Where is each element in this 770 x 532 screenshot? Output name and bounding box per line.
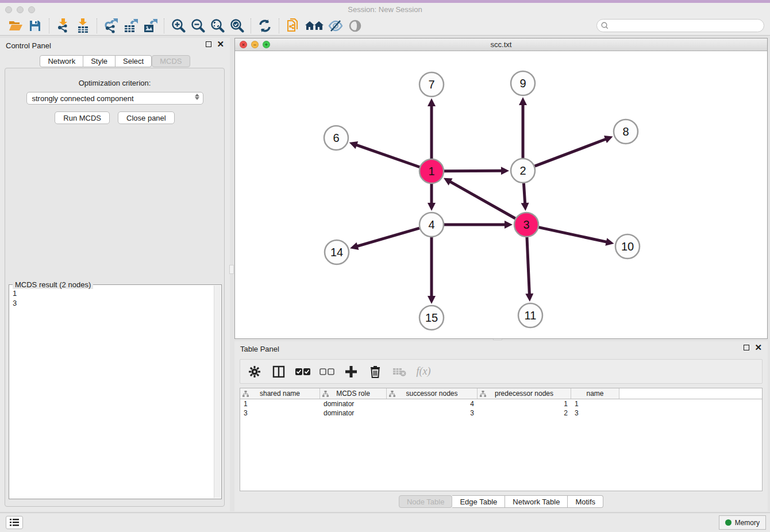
tab-edge-table[interactable]: Edge Table: [452, 495, 505, 508]
zoom-fit-icon[interactable]: [207, 18, 227, 34]
run-mcds-button[interactable]: Run MCDS: [55, 111, 110, 124]
graph-node-label: 3: [523, 218, 529, 231]
table-toolbar: f(x): [240, 359, 763, 384]
network-window-titlebar[interactable]: × − + scc.txt: [235, 38, 767, 51]
export-image-icon[interactable]: [140, 18, 160, 34]
tab-network-table[interactable]: Network Table: [505, 495, 568, 508]
main-toolbar: [0, 16, 770, 36]
graph-edge-4-14[interactable]: [357, 228, 419, 246]
table-panel: Table Panel ✕ f(x): [234, 341, 768, 511]
tab-mcds[interactable]: MCDS: [152, 55, 190, 67]
graph-node-label: 10: [621, 240, 634, 253]
table-panel-tabs: Node Table Edge Table Network Table Moti…: [234, 495, 768, 508]
tree-column-icon: [242, 391, 249, 399]
float-panel-icon[interactable]: [206, 41, 211, 47]
close-panel-button[interactable]: Close panel: [118, 111, 175, 124]
cell-shared-name[interactable]: 1: [240, 400, 320, 408]
graph-node-label: 4: [428, 218, 434, 231]
deselect-all-icon[interactable]: [319, 364, 334, 379]
cell-predecessor-nodes[interactable]: 2: [478, 409, 571, 417]
column-header-name[interactable]: name: [571, 388, 619, 399]
result-scrollbar[interactable]: [214, 286, 221, 498]
zoom-selected-icon[interactable]: [227, 18, 247, 34]
task-history-button[interactable]: [6, 516, 23, 529]
float-table-panel-icon[interactable]: [744, 345, 749, 350]
clone-network-icon[interactable]: [283, 18, 303, 34]
graph-edge-arrowhead: [349, 141, 359, 149]
graph-edge-1-2[interactable]: [444, 171, 502, 171]
graph-edge-arrowhead: [519, 97, 527, 105]
gear-icon[interactable]: [247, 364, 262, 379]
open-file-icon[interactable]: [6, 18, 25, 34]
zoom-out-icon[interactable]: [188, 18, 207, 34]
tab-select[interactable]: Select: [116, 55, 152, 67]
search-input[interactable]: [596, 19, 764, 32]
close-table-panel-icon[interactable]: ✕: [754, 345, 762, 350]
network-graph[interactable]: 7968124314101511: [235, 51, 767, 338]
memory-button[interactable]: Memory: [719, 515, 766, 530]
graph-edge-2-8[interactable]: [535, 139, 607, 166]
network-canvas[interactable]: 7968124314101511: [235, 51, 767, 338]
mcds-result-text[interactable]: 1 3: [10, 288, 213, 498]
function-builder-icon[interactable]: f(x): [416, 364, 431, 379]
cell-mcds-role[interactable]: dominator: [320, 400, 387, 408]
tab-network[interactable]: Network: [40, 55, 83, 67]
refresh-icon[interactable]: [255, 18, 275, 34]
tree-column-icon: [480, 391, 486, 399]
graph-node-label: 14: [330, 246, 343, 259]
table-row[interactable]: 1 dominator 4 1 1: [240, 399, 762, 408]
close-panel-icon[interactable]: ✕: [217, 41, 224, 47]
select-all-icon[interactable]: [295, 364, 310, 379]
zoom-in-icon[interactable]: [168, 18, 188, 34]
graph-edge-3-1[interactable]: [449, 182, 515, 219]
memory-status-icon: [725, 519, 732, 526]
network-overview-icon[interactable]: [303, 18, 326, 34]
column-header-successor-nodes[interactable]: successor nodes: [387, 388, 478, 399]
node-table: shared name MCDS role successor nodes pr…: [240, 388, 763, 491]
tree-column-icon: [389, 391, 395, 399]
node-table-header: shared name MCDS role successor nodes pr…: [240, 388, 762, 399]
cell-name[interactable]: 1: [571, 400, 619, 408]
export-table-icon[interactable]: [121, 18, 140, 34]
graph-edge-2-3[interactable]: [523, 183, 525, 204]
optimization-criterion-select[interactable]: strongly connected component: [26, 92, 203, 105]
save-session-icon[interactable]: [25, 18, 45, 34]
network-view-title: scc.txt: [235, 40, 767, 49]
status-bar: Memory: [0, 512, 770, 532]
vertical-splitter-handle[interactable]: [229, 265, 234, 274]
table-panel-title: Table Panel: [240, 345, 279, 353]
cell-name[interactable]: 3: [571, 409, 619, 417]
table-row[interactable]: 3 dominator 3 2 3: [240, 408, 762, 418]
graph-edge-3-11[interactable]: [527, 237, 529, 295]
delete-row-icon[interactable]: [368, 364, 383, 379]
column-settings-icon[interactable]: [271, 364, 286, 379]
tab-style[interactable]: Style: [83, 55, 116, 67]
cell-successor-nodes[interactable]: 4: [387, 400, 478, 408]
export-network-icon[interactable]: [101, 18, 121, 34]
graph-node-label: 7: [428, 78, 434, 91]
graph-edge-1-6[interactable]: [356, 145, 419, 167]
cell-shared-name[interactable]: 3: [240, 409, 320, 417]
graph-edge-arrowhead: [428, 203, 436, 211]
graph-edge-arrowhead: [525, 294, 533, 302]
graph-edge-arrowhead: [501, 167, 509, 175]
cell-predecessor-nodes[interactable]: 1: [478, 400, 571, 408]
column-header-predecessor-nodes[interactable]: predecessor nodes: [478, 388, 571, 399]
cell-mcds-role[interactable]: dominator: [320, 409, 387, 417]
delete-table-icon[interactable]: [392, 364, 407, 379]
add-row-icon[interactable]: [344, 364, 359, 379]
list-icon: [10, 519, 19, 526]
tab-node-table[interactable]: Node Table: [399, 495, 453, 508]
import-table-icon[interactable]: [73, 18, 93, 34]
import-network-icon[interactable]: [53, 18, 73, 34]
column-header-mcds-role[interactable]: MCDS role: [320, 388, 387, 399]
tab-motifs[interactable]: Motifs: [568, 495, 603, 508]
chevron-up-down-icon: [195, 94, 199, 100]
cell-successor-nodes[interactable]: 3: [387, 409, 478, 417]
search-icon: [601, 22, 609, 31]
graph-edge-arrowhead: [521, 203, 529, 211]
graph-edge-3-10[interactable]: [539, 228, 607, 242]
show-graphics-details-icon[interactable]: [345, 18, 365, 34]
hide-panel-icon[interactable]: [326, 18, 345, 34]
column-header-shared-name[interactable]: shared name: [240, 388, 320, 399]
